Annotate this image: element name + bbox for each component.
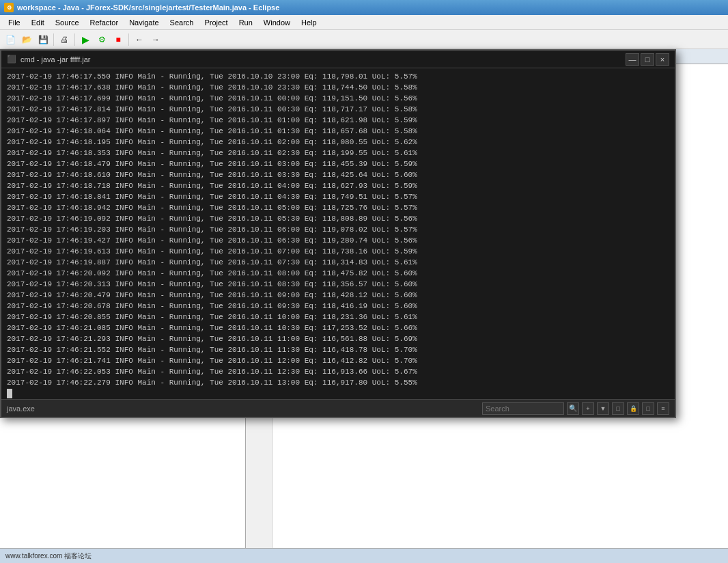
menu-item-window[interactable]: Window	[258, 17, 296, 28]
cmd-title-text: cmd - java -jar fffff.jar	[20, 55, 91, 64]
status-text: www.talkforex.com 福客论坛	[5, 551, 92, 561]
cmd-title-bar: ⬛ cmd - java -jar fffff.jar — □ ×	[1, 51, 675, 68]
separator-3	[128, 33, 129, 46]
stop-btn[interactable]: ■	[111, 32, 126, 47]
cmd-log-line: 2017-02-19 17:46:18.841 INFO Main - Runn…	[7, 191, 669, 202]
run-btn[interactable]: ▶	[78, 32, 93, 47]
cmd-btn-4[interactable]: 🔒	[627, 402, 639, 415]
cmd-log-line: 2017-02-19 17:46:17.814 INFO Main - Runn…	[7, 104, 669, 115]
cmd-log-line: 2017-02-19 17:46:19.613 INFO Main - Runn…	[7, 246, 669, 257]
cmd-log-line: 2017-02-19 17:46:20.855 INFO Main - Runn…	[7, 312, 669, 322]
save-btn[interactable]: 💾	[36, 32, 51, 47]
cmd-cursor-line	[7, 388, 669, 399]
right-panel: J NewClass.java J TesterMain.java × 109 …	[246, 49, 728, 548]
cmd-log-line: 2017-02-19 17:46:19.203 INFO Main - Runn…	[7, 224, 669, 235]
cmd-search-btn[interactable]: 🔍	[567, 402, 579, 415]
cmd-log-line: 2017-02-19 17:46:21.552 INFO Main - Runn…	[7, 344, 669, 355]
cmd-btn-1[interactable]: +	[582, 402, 594, 415]
title-text: workspace - Java - JForex-SDK/src/single…	[17, 3, 279, 12]
menu-item-project[interactable]: Project	[199, 17, 233, 28]
cmd-btn-3[interactable]: □	[612, 402, 624, 415]
cmd-window: ⬛ cmd - java -jar fffff.jar — □ × 2017-0…	[0, 49, 676, 418]
cmd-search-input[interactable]	[482, 402, 564, 415]
menu-item-source[interactable]: Source	[50, 17, 85, 28]
cmd-log-line: 2017-02-19 17:46:18.064 INFO Main - Runn…	[7, 126, 669, 137]
back-btn[interactable]: ←	[132, 32, 147, 47]
cmd-log-line: 2017-02-19 17:46:19.887 INFO Main - Runn…	[7, 257, 669, 268]
cmd-log-line: 2017-02-19 17:46:21.741 INFO Main - Runn…	[7, 355, 669, 366]
cmd-process-label: java.exe	[7, 404, 35, 413]
menu-item-refactor[interactable]: Refactor	[85, 17, 124, 28]
menu-item-edit[interactable]: Edit	[26, 17, 50, 28]
new-btn[interactable]: 📄	[3, 32, 18, 47]
cmd-btn-5[interactable]: □	[642, 402, 654, 415]
cmd-log-line: 2017-02-19 17:46:18.195 INFO Main - Runn…	[7, 137, 669, 148]
eclipse-icon: ⚙	[4, 3, 14, 12]
cmd-log-line: 2017-02-19 17:46:21.085 INFO Main - Runn…	[7, 322, 669, 333]
menu-item-search[interactable]: Search	[165, 17, 199, 28]
cmd-log-line: 2017-02-19 17:46:20.313 INFO Main - Runn…	[7, 279, 669, 290]
cmd-log-line: 2017-02-19 17:46:18.479 INFO Main - Runn…	[7, 159, 669, 169]
cmd-log-line: 2017-02-19 17:46:20.479 INFO Main - Runn…	[7, 290, 669, 301]
cmd-log-line: 2017-02-19 17:46:20.678 INFO Main - Runn…	[7, 301, 669, 312]
cmd-close-btn[interactable]: ×	[656, 53, 669, 66]
cmd-log-line: 2017-02-19 17:46:17.699 INFO Main - Runn…	[7, 93, 669, 104]
menu-item-run[interactable]: Run	[234, 17, 258, 28]
cmd-log-line: 2017-02-19 17:46:17.638 INFO Main - Runn…	[7, 82, 669, 93]
debug-btn[interactable]: ⚙	[94, 32, 109, 47]
cmd-cursor	[7, 389, 12, 398]
cmd-search-box: 🔍 + ▼ □ 🔒 □ ≡	[40, 402, 669, 415]
forward-btn[interactable]: →	[148, 32, 163, 47]
cmd-log-line: 2017-02-19 17:46:21.293 INFO Main - Runn…	[7, 333, 669, 344]
cmd-minimize-btn[interactable]: —	[626, 53, 639, 66]
cmd-log-line: 2017-02-19 17:46:18.942 INFO Main - Runn…	[7, 202, 669, 213]
cmd-log-line: 2017-02-19 17:46:17.550 INFO Main - Runn…	[7, 71, 669, 82]
main-area: 📦 Package Explorer × ⟳ ▽ ▼ — □ ▼ ☕ JFore…	[0, 49, 728, 548]
cmd-app-icon: ⬛	[7, 55, 16, 64]
cmd-log-line: 2017-02-19 17:46:18.353 INFO Main - Runn…	[7, 148, 669, 159]
cmd-btn-2[interactable]: ▼	[597, 402, 609, 415]
cmd-log-line: 2017-02-19 17:46:19.092 INFO Main - Runn…	[7, 213, 669, 224]
cmd-log-line: 2017-02-19 17:46:20.092 INFO Main - Runn…	[7, 268, 669, 279]
cmd-log-line: 2017-02-19 17:46:22.053 INFO Main - Runn…	[7, 366, 669, 377]
print-btn[interactable]: 🖨	[57, 32, 72, 47]
separator-2	[74, 33, 75, 46]
menu-item-navigate[interactable]: Navigate	[124, 17, 164, 28]
open-btn[interactable]: 📂	[19, 32, 34, 47]
cmd-log-line: 2017-02-19 17:46:19.427 INFO Main - Runn…	[7, 235, 669, 246]
menu-bar: FileEditSourceRefactorNavigateSearchProj…	[0, 15, 728, 30]
cmd-btn-6[interactable]: ≡	[657, 402, 669, 415]
menu-item-file[interactable]: File	[3, 17, 26, 28]
cmd-log-line: 2017-02-19 17:46:18.610 INFO Main - Runn…	[7, 169, 669, 180]
cmd-log-line: 2017-02-19 17:46:22.279 INFO Main - Runn…	[7, 377, 669, 388]
cmd-restore-btn[interactable]: □	[641, 53, 654, 66]
toolbar: 📄 📂 💾 🖨 ▶ ⚙ ■ ← →	[0, 30, 728, 49]
title-bar: ⚙ workspace - Java - JForex-SDK/src/sing…	[0, 0, 728, 15]
status-bar: www.talkforex.com 福客论坛	[0, 548, 728, 563]
cmd-status-bar: java.exe 🔍 + ▼ □ 🔒 □ ≡	[1, 399, 675, 417]
cmd-content[interactable]: 2017-02-19 17:46:17.550 INFO Main - Runn…	[1, 68, 675, 399]
cmd-log-line: 2017-02-19 17:46:17.897 INFO Main - Runn…	[7, 115, 669, 126]
cmd-log-line: 2017-02-19 17:46:18.718 INFO Main - Runn…	[7, 180, 669, 191]
separator-1	[53, 33, 54, 46]
menu-item-help[interactable]: Help	[296, 17, 322, 28]
